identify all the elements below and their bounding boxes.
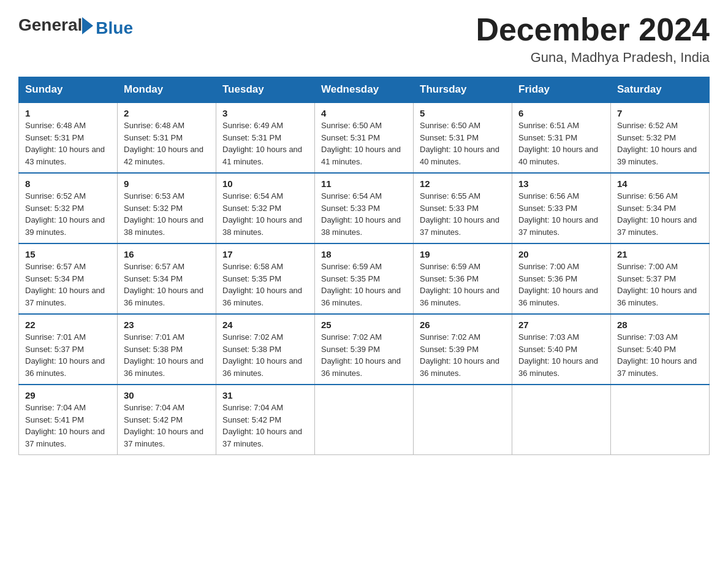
calendar-cell: 7Sunrise: 6:52 AMSunset: 5:32 PMDaylight… <box>611 102 710 173</box>
day-info: Sunrise: 7:02 AMSunset: 5:39 PMDaylight:… <box>321 332 401 378</box>
calendar-cell <box>512 385 611 455</box>
day-info: Sunrise: 7:00 AMSunset: 5:37 PMDaylight:… <box>617 262 697 307</box>
calendar-cell: 5Sunrise: 6:50 AMSunset: 5:31 PMDaylight… <box>414 102 512 173</box>
calendar-cell: 30Sunrise: 7:04 AMSunset: 5:42 PMDayligh… <box>118 385 216 455</box>
day-info: Sunrise: 7:03 AMSunset: 5:40 PMDaylight:… <box>617 332 697 378</box>
day-number: 20 <box>518 249 604 259</box>
calendar-cell: 12Sunrise: 6:55 AMSunset: 5:33 PMDayligh… <box>414 173 512 243</box>
calendar-cell: 2Sunrise: 6:48 AMSunset: 5:31 PMDaylight… <box>118 102 216 173</box>
day-info: Sunrise: 7:03 AMSunset: 5:40 PMDaylight:… <box>518 332 598 378</box>
day-info: Sunrise: 7:04 AMSunset: 5:42 PMDaylight:… <box>222 403 302 448</box>
day-number: 7 <box>617 108 703 118</box>
day-info: Sunrise: 6:59 AMSunset: 5:36 PMDaylight:… <box>420 262 499 307</box>
weekday-header-wednesday: Wednesday <box>315 77 414 103</box>
calendar-cell: 21Sunrise: 7:00 AMSunset: 5:37 PMDayligh… <box>611 243 710 314</box>
day-number: 19 <box>420 249 506 259</box>
day-number: 24 <box>222 320 308 330</box>
calendar-cell <box>611 385 710 455</box>
day-info: Sunrise: 7:00 AMSunset: 5:36 PMDaylight:… <box>518 262 598 307</box>
day-info: Sunrise: 7:02 AMSunset: 5:39 PMDaylight:… <box>420 332 499 378</box>
calendar-cell: 14Sunrise: 6:56 AMSunset: 5:34 PMDayligh… <box>611 173 710 243</box>
calendar-cell: 25Sunrise: 7:02 AMSunset: 5:39 PMDayligh… <box>315 314 414 385</box>
day-number: 2 <box>124 108 210 118</box>
day-info: Sunrise: 7:02 AMSunset: 5:38 PMDaylight:… <box>222 332 302 378</box>
calendar-cell: 31Sunrise: 7:04 AMSunset: 5:42 PMDayligh… <box>216 385 315 455</box>
day-info: Sunrise: 6:50 AMSunset: 5:31 PMDaylight:… <box>420 121 499 166</box>
calendar-table: SundayMondayTuesdayWednesdayThursdayFrid… <box>18 77 710 455</box>
day-number: 11 <box>321 178 407 189</box>
weekday-header-tuesday: Tuesday <box>216 77 315 103</box>
logo: General Blue <box>18 12 133 38</box>
day-number: 27 <box>518 320 604 330</box>
logo-general-text: General <box>18 15 82 35</box>
day-info: Sunrise: 6:48 AMSunset: 5:31 PMDaylight:… <box>25 121 105 166</box>
page-header: General Blue December 2024 Guna, Madhya … <box>18 12 710 66</box>
day-info: Sunrise: 7:04 AMSunset: 5:42 PMDaylight:… <box>124 403 203 448</box>
day-number: 8 <box>25 178 111 189</box>
day-info: Sunrise: 6:49 AMSunset: 5:31 PMDaylight:… <box>222 121 302 166</box>
calendar-cell <box>414 385 512 455</box>
calendar-cell: 16Sunrise: 6:57 AMSunset: 5:34 PMDayligh… <box>118 243 216 314</box>
logo-arrow-icon <box>82 17 93 34</box>
location-title: Guna, Madhya Pradesh, India <box>476 50 710 66</box>
calendar-cell: 29Sunrise: 7:04 AMSunset: 5:41 PMDayligh… <box>19 385 118 455</box>
day-info: Sunrise: 6:48 AMSunset: 5:31 PMDaylight:… <box>124 121 203 166</box>
day-number: 15 <box>25 249 111 259</box>
day-info: Sunrise: 6:52 AMSunset: 5:32 PMDaylight:… <box>25 191 105 237</box>
calendar-cell: 28Sunrise: 7:03 AMSunset: 5:40 PMDayligh… <box>611 314 710 385</box>
day-info: Sunrise: 6:54 AMSunset: 5:32 PMDaylight:… <box>222 191 302 237</box>
day-number: 16 <box>124 249 210 259</box>
weekday-header-friday: Friday <box>512 77 611 103</box>
calendar-cell: 18Sunrise: 6:59 AMSunset: 5:35 PMDayligh… <box>315 243 414 314</box>
day-number: 5 <box>420 108 506 118</box>
calendar-cell: 22Sunrise: 7:01 AMSunset: 5:37 PMDayligh… <box>19 314 118 385</box>
day-number: 13 <box>518 178 604 189</box>
calendar-week-row: 29Sunrise: 7:04 AMSunset: 5:41 PMDayligh… <box>19 385 710 455</box>
day-info: Sunrise: 7:04 AMSunset: 5:41 PMDaylight:… <box>25 403 105 448</box>
day-number: 23 <box>124 320 210 330</box>
day-number: 1 <box>25 108 111 118</box>
day-number: 30 <box>124 390 210 400</box>
calendar-cell: 13Sunrise: 6:56 AMSunset: 5:33 PMDayligh… <box>512 173 611 243</box>
calendar-cell: 11Sunrise: 6:54 AMSunset: 5:33 PMDayligh… <box>315 173 414 243</box>
day-number: 12 <box>420 178 506 189</box>
day-number: 4 <box>321 108 407 118</box>
day-number: 22 <box>25 320 111 330</box>
day-info: Sunrise: 6:53 AMSunset: 5:32 PMDaylight:… <box>124 191 203 237</box>
logo-blue-text: Blue <box>96 18 133 38</box>
calendar-cell <box>315 385 414 455</box>
month-title: December 2024 <box>476 12 710 47</box>
day-number: 21 <box>617 249 703 259</box>
title-block: December 2024 Guna, Madhya Pradesh, Indi… <box>476 12 710 66</box>
day-info: Sunrise: 6:52 AMSunset: 5:32 PMDaylight:… <box>617 121 697 166</box>
calendar-cell: 17Sunrise: 6:58 AMSunset: 5:35 PMDayligh… <box>216 243 315 314</box>
calendar-cell: 3Sunrise: 6:49 AMSunset: 5:31 PMDaylight… <box>216 102 315 173</box>
day-number: 31 <box>222 390 308 400</box>
calendar-cell: 26Sunrise: 7:02 AMSunset: 5:39 PMDayligh… <box>414 314 512 385</box>
calendar-cell: 8Sunrise: 6:52 AMSunset: 5:32 PMDaylight… <box>19 173 118 243</box>
weekday-header-thursday: Thursday <box>414 77 512 103</box>
day-info: Sunrise: 6:51 AMSunset: 5:31 PMDaylight:… <box>518 121 598 166</box>
calendar-cell: 20Sunrise: 7:00 AMSunset: 5:36 PMDayligh… <box>512 243 611 314</box>
day-number: 9 <box>124 178 210 189</box>
weekday-header-saturday: Saturday <box>611 77 710 103</box>
day-number: 25 <box>321 320 407 330</box>
day-number: 6 <box>518 108 604 118</box>
calendar-week-row: 1Sunrise: 6:48 AMSunset: 5:31 PMDaylight… <box>19 102 710 173</box>
calendar-cell: 23Sunrise: 7:01 AMSunset: 5:38 PMDayligh… <box>118 314 216 385</box>
day-info: Sunrise: 6:56 AMSunset: 5:33 PMDaylight:… <box>518 191 598 237</box>
day-info: Sunrise: 7:01 AMSunset: 5:37 PMDaylight:… <box>25 332 105 378</box>
calendar-cell: 15Sunrise: 6:57 AMSunset: 5:34 PMDayligh… <box>19 243 118 314</box>
calendar-cell: 9Sunrise: 6:53 AMSunset: 5:32 PMDaylight… <box>118 173 216 243</box>
calendar-cell: 27Sunrise: 7:03 AMSunset: 5:40 PMDayligh… <box>512 314 611 385</box>
day-info: Sunrise: 7:01 AMSunset: 5:38 PMDaylight:… <box>124 332 203 378</box>
day-info: Sunrise: 6:57 AMSunset: 5:34 PMDaylight:… <box>25 262 105 307</box>
day-number: 26 <box>420 320 506 330</box>
calendar-cell: 24Sunrise: 7:02 AMSunset: 5:38 PMDayligh… <box>216 314 315 385</box>
calendar-cell: 10Sunrise: 6:54 AMSunset: 5:32 PMDayligh… <box>216 173 315 243</box>
day-number: 10 <box>222 178 308 189</box>
calendar-week-row: 15Sunrise: 6:57 AMSunset: 5:34 PMDayligh… <box>19 243 710 314</box>
day-number: 14 <box>617 178 703 189</box>
weekday-header-monday: Monday <box>118 77 216 103</box>
day-info: Sunrise: 6:54 AMSunset: 5:33 PMDaylight:… <box>321 191 401 237</box>
